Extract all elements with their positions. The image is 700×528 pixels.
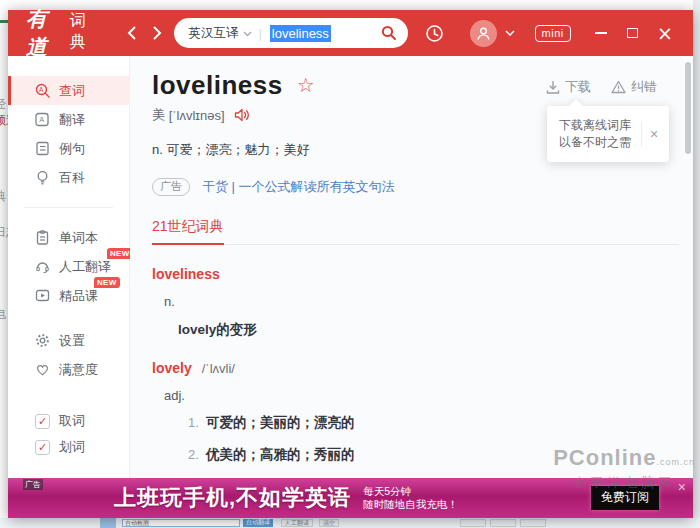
new-badge: NEW [94, 277, 120, 288]
download-label: 下载 [565, 78, 591, 96]
background-button: 自动翻译 [243, 519, 273, 527]
close-button[interactable]: × [653, 19, 677, 47]
banner-photo: 广告 [22, 478, 98, 518]
sidebar-item-label: 设置 [59, 332, 85, 350]
heart-icon [35, 362, 50, 377]
app-window: 有道 词典 英汉互译 | loveliness [8, 10, 693, 518]
search-input[interactable]: loveliness [270, 25, 331, 42]
inline-ad-row: 广告 干货 | 一个公式解读所有英文句法 [152, 178, 693, 196]
sidebar-item-label: 例句 [59, 140, 85, 158]
search-mode-selector[interactable]: 英汉互译 [188, 25, 238, 42]
checkbox-checked-icon[interactable] [35, 440, 50, 455]
toggle-point-translate[interactable]: 取词 [8, 408, 129, 434]
headword: loveliness [152, 70, 283, 101]
chevron-down-icon [505, 30, 515, 36]
sidebar-item-examples[interactable]: 例句 [8, 134, 129, 163]
entry-headword: lovely/ˈlʌvli/ [152, 360, 693, 376]
minimize-button[interactable] [589, 19, 613, 47]
sidebar-item-settings[interactable]: 设置 [8, 326, 129, 355]
accent-region: 美 [152, 106, 165, 124]
titlebar: 有道 词典 英汉互译 | loveliness [8, 10, 693, 56]
sidebar: A 查词 A 翻译 例句 百科 [8, 56, 130, 478]
new-badge: NEW [107, 248, 133, 259]
avatar [470, 20, 497, 47]
part-of-speech: n. [164, 294, 693, 309]
banner-headline: 上班玩手机,不如学英语 [114, 483, 351, 513]
lightbulb-icon [35, 170, 50, 185]
speaker-icon [234, 108, 250, 122]
forward-button[interactable] [147, 22, 166, 44]
history-button[interactable] [422, 18, 448, 48]
background-fragment: 电 [0, 306, 6, 323]
account-menu[interactable] [470, 20, 515, 47]
svg-text:A: A [39, 115, 44, 124]
sidebar-item-satisfaction[interactable]: 满意度 [8, 355, 129, 384]
part-of-speech: adj. [164, 388, 693, 403]
word-search-icon: A [35, 83, 50, 98]
pronounce-button[interactable] [234, 108, 250, 122]
tab-21st-century-dict[interactable]: 21世纪词典 [152, 218, 224, 245]
sidebar-divider [24, 207, 113, 208]
subscribe-button[interactable]: 免费订阅 [591, 486, 659, 510]
download-dict-button[interactable]: 下载 [546, 78, 591, 96]
background-dropdown: 自动检测 [122, 519, 240, 527]
sidebar-item-encyclopedia[interactable]: 百科 [8, 163, 129, 192]
toggle-select-translate[interactable]: 划词 [8, 434, 129, 460]
search-bar[interactable]: 英汉互译 | loveliness [174, 18, 407, 48]
sidebar-item-premium-courses[interactable]: 精品课NEW [8, 281, 129, 310]
chevron-left-icon [127, 26, 137, 40]
tooltip-text: 下载离线词库 以备不时之需 [559, 117, 631, 151]
background-cell [100, 518, 116, 528]
report-label: 纠错 [631, 78, 657, 96]
background-button [490, 519, 516, 527]
entry-definition: lovely的变形 [178, 321, 693, 339]
mini-mode-button[interactable]: mini [535, 25, 571, 42]
close-icon: × [657, 24, 673, 43]
headset-icon [35, 259, 50, 274]
tooltip-close-icon[interactable]: × [650, 127, 658, 141]
download-icon [546, 80, 560, 94]
ad-link[interactable]: 干货 | 一个公式解读所有英文句法 [202, 178, 395, 196]
background-strip [693, 0, 700, 528]
logo-youdao: 有道 [26, 5, 63, 61]
definition-list: 可爱的；美丽的；漂亮的 优美的；高雅的；秀丽的 [口语]令人愉快的；美好的 [188, 414, 693, 478]
banner-close-icon[interactable]: × [678, 480, 686, 494]
report-error-button[interactable]: 纠错 [611, 78, 657, 96]
toggle-label: 取词 [59, 412, 85, 430]
dictionary-tabs: 21世纪词典 [152, 217, 679, 245]
search-icon [381, 25, 397, 41]
sidebar-item-label: 精品课NEW [59, 287, 98, 305]
sidebar-item-label: 百科 [59, 169, 85, 187]
word-header: loveliness ☆ 下载 [152, 70, 693, 101]
video-play-icon [35, 288, 50, 303]
search-button[interactable] [376, 20, 402, 46]
maximize-button[interactable] [621, 19, 645, 47]
sidebar-item-label: 翻译 [59, 111, 85, 129]
banner-subtext: 每天5分钟 随时随地自我充电！ [363, 485, 458, 511]
sidebar-toggles: 取词 划词 [8, 408, 129, 460]
checkbox-checked-icon[interactable] [35, 414, 50, 429]
sidebar-item-lookup[interactable]: A 查词 [8, 76, 129, 105]
tooltip-divider [641, 121, 642, 147]
warning-icon [611, 80, 626, 94]
banner-ad[interactable]: 广告 上班玩手机,不如学英语 每天5分钟 随时随地自我充电！ 免费订阅 × [8, 478, 693, 518]
svg-text:A: A [39, 86, 44, 93]
favorite-star-icon[interactable]: ☆ [297, 73, 315, 97]
logo-dict: 词典 [69, 11, 96, 53]
banner-ad-tag: 广告 [23, 479, 43, 490]
toggle-label: 划词 [59, 438, 85, 456]
sidebar-item-translate[interactable]: A 翻译 [8, 105, 129, 134]
result-pane: loveliness ☆ 下载 [130, 56, 693, 478]
back-button[interactable] [123, 22, 142, 44]
scrollbar-thumb[interactable] [685, 62, 691, 154]
minimize-icon [595, 32, 607, 34]
background-button [460, 519, 486, 527]
notebook-icon [35, 230, 50, 245]
background-bottom-form: 自动检测 自动翻译 人工翻译 清空 [0, 518, 700, 528]
background-button: 人工翻译 [281, 519, 313, 527]
entry-headword: loveliness [152, 266, 693, 282]
sidebar-item-label: 查词 [59, 82, 85, 100]
phonetic: [ˈlʌvlɪnəs] [169, 108, 225, 123]
chevron-right-icon [152, 26, 162, 40]
sidebar-item-label: 单词本 [59, 229, 98, 247]
